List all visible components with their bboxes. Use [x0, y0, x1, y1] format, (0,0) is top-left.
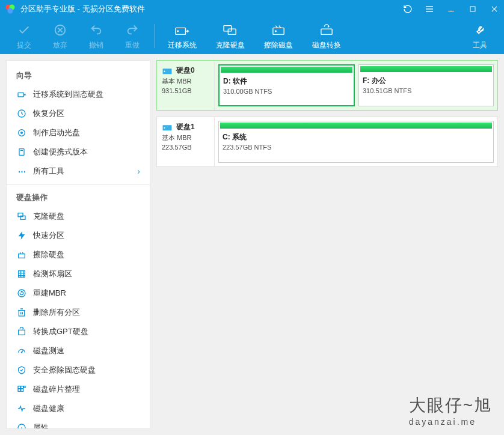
discard-button[interactable]: 放弃 [42, 19, 78, 53]
sidebar-item-all-tools[interactable]: ⋯ 所有工具 › [7, 162, 150, 181]
sidebar-diskops-item[interactable]: 检测坏扇区 [7, 264, 150, 284]
svg-point-37 [21, 352, 22, 353]
sidebar-wizard-item[interactable]: 迁移系统到固态硬盘 [7, 85, 150, 104]
partition[interactable]: D: 软件310.00GB NTFS [218, 64, 355, 106]
sidebar-diskops-item[interactable]: 安全擦除固态硬盘 [7, 360, 150, 380]
clone-disk-button[interactable]: 克隆硬盘 [206, 19, 254, 53]
sidebar-diskops-item[interactable]: 擦除硬盘 [7, 245, 150, 264]
sidebar-diskops-item[interactable]: 磁盘健康 [7, 399, 150, 418]
disk-info: 硬盘0基本 MBR931.51GB [157, 61, 215, 110]
svg-point-49 [164, 127, 165, 128]
sidebar-item-label: 磁盘健康 [33, 403, 64, 414]
svg-point-2 [8, 8, 13, 14]
sidebar-item-label: 恢复分区 [33, 108, 64, 119]
disk-list: 硬盘0基本 MBR931.51GBD: 软件310.00GB NTFSF: 办公… [150, 54, 504, 435]
undo-icon [90, 22, 103, 38]
svg-rect-41 [23, 386, 25, 388]
commit-button[interactable]: 提交 [6, 19, 42, 53]
svg-rect-29 [19, 254, 25, 258]
all-tools-icon: ⋯ [16, 166, 27, 177]
disk-icon [162, 67, 173, 75]
sidebar-diskops-item[interactable]: 快速分区 [7, 226, 150, 245]
svg-rect-24 [19, 149, 24, 156]
sidebar-item-label: 迁移系统到固态硬盘 [33, 89, 103, 100]
cancel-icon [54, 22, 67, 38]
quickpart-icon [16, 230, 27, 241]
diskops-section-title: 硬盘操作 [7, 189, 150, 207]
disk-row[interactable]: 硬盘0基本 MBR931.51GBD: 软件310.00GB NTFSF: 办公… [156, 60, 498, 111]
convert-icon [319, 22, 334, 38]
sidebar-wizard-item[interactable]: 恢复分区 [7, 104, 150, 123]
check-icon [17, 22, 31, 38]
partition-area: D: 软件310.00GB NTFSF: 办公310.51GB NTFS [215, 61, 497, 110]
svg-rect-38 [18, 386, 20, 389]
title-bar: 分区助手专业版 - 无损分区免费软件 [0, 0, 504, 18]
refresh-icon[interactable] [403, 4, 413, 14]
migrate-icon [16, 89, 27, 100]
svg-rect-7 [470, 7, 475, 11]
migrate-system-button[interactable]: 迁移系统 [158, 19, 206, 53]
rebuildmbr-icon [16, 288, 27, 299]
tools-button[interactable]: 工具 [462, 19, 498, 53]
sidebar-item-label: 克隆硬盘 [33, 211, 64, 222]
clone-icon [223, 22, 238, 38]
partition-label: F: 办公 [359, 73, 493, 86]
partition[interactable]: F: 办公310.51GB NTFS [358, 64, 494, 106]
partition[interactable]: C: 系统223.57GB NTFS [218, 121, 494, 163]
sidebar-item-label: 重建MBR [33, 288, 66, 299]
sidebar-diskops-item[interactable]: 转换成GPT硬盘 [7, 322, 150, 341]
health-icon [16, 403, 27, 414]
redo-icon [126, 22, 139, 38]
redo-button[interactable]: 重做 [114, 19, 150, 53]
sidebar-diskops-item[interactable]: 重建MBR [7, 284, 150, 303]
sidebar-wizard-item[interactable]: 制作启动光盘 [7, 123, 150, 142]
close-icon[interactable] [490, 4, 499, 14]
svg-point-31 [18, 290, 25, 297]
deleteall-icon [16, 307, 27, 318]
sidebar-item-label: 转换成GPT硬盘 [33, 326, 88, 337]
svg-rect-16 [228, 29, 236, 34]
partition-size: 223.57GB NTFS [219, 142, 493, 153]
disk-type: 基本 MBR [162, 133, 192, 142]
window-title: 分区助手专业版 - 无损分区免费软件 [20, 4, 403, 14]
sidebar-item-label: 磁盘碎片整理 [33, 384, 80, 395]
disk-convert-button[interactable]: 磁盘转换 [303, 19, 351, 53]
sidebar-wizard-item[interactable]: 创建便携式版本 [7, 142, 150, 162]
svg-rect-35 [19, 330, 25, 335]
sidebar: 向导 迁移系统到固态硬盘恢复分区制作启动光盘创建便携式版本 ⋯ 所有工具 › 硬… [6, 60, 150, 429]
wipe-icon [16, 249, 27, 260]
svg-rect-15 [224, 25, 232, 31]
bootcd-icon [16, 127, 27, 138]
partition-label: C: 系统 [219, 130, 493, 142]
sidebar-item-label: 检测坏扇区 [33, 269, 72, 279]
wipe-disk-button[interactable]: 擦除磁盘 [254, 19, 303, 53]
svg-rect-17 [273, 28, 284, 34]
sidebar-diskops-item[interactable]: 删除所有分区 [7, 303, 150, 322]
maximize-icon[interactable] [468, 4, 478, 14]
disk-icon [162, 123, 173, 132]
svg-point-47 [164, 70, 165, 71]
svg-rect-30 [19, 271, 25, 278]
partition-size: 310.51GB NTFS [359, 86, 493, 97]
sidebar-diskops-item[interactable]: 磁盘碎片整理 [7, 380, 150, 399]
sidebar-diskops-item[interactable]: 属性 [7, 418, 150, 429]
svg-point-14 [177, 30, 179, 31]
watermark-line1: 大眼仔~旭 [409, 394, 492, 417]
minimize-icon[interactable] [446, 4, 456, 14]
sidebar-item-label: 所有工具 [33, 166, 64, 177]
app-logo-icon [5, 4, 16, 14]
sidebar-divider [7, 184, 150, 185]
disk-type: 基本 MBR [162, 77, 192, 86]
undo-button[interactable]: 撤销 [78, 19, 114, 53]
usage-bar [360, 66, 492, 72]
menu-icon[interactable] [425, 4, 434, 14]
disk-row[interactable]: 硬盘1基本 MBR223.57GBC: 系统223.57GB NTFS [156, 117, 498, 167]
partition-label: D: 软件 [220, 74, 354, 87]
svg-point-23 [21, 132, 23, 134]
chevron-right-icon: › [137, 166, 140, 176]
sidebar-diskops-item[interactable]: 克隆硬盘 [7, 207, 150, 226]
recover-icon [16, 108, 27, 119]
sidebar-diskops-item[interactable]: 磁盘测速 [7, 341, 150, 360]
sidebar-item-label: 磁盘测速 [33, 345, 64, 356]
migrate-icon [174, 22, 190, 38]
